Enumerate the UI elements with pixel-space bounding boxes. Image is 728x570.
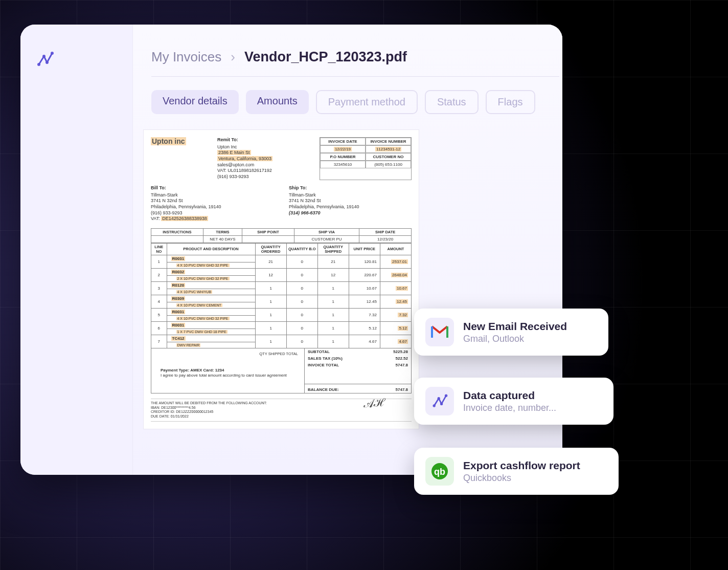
- tab-vendor-details[interactable]: Vendor details: [151, 90, 239, 114]
- table-row: 4R030910112.4512.45: [151, 295, 412, 302]
- table-row: 1R003121021120.812537.01: [151, 255, 412, 262]
- card-title: Export cashflow report: [463, 459, 580, 472]
- remit-to-label: Remit To:: [217, 137, 314, 143]
- meta-v-po: 32345610: [320, 161, 366, 168]
- qty-shipped-total-label: QTY SHIPPED TOTAL: [161, 352, 298, 357]
- line-items-table: LINE NO PRODUCT AND DESCRIPTION QUANTITY…: [151, 243, 412, 348]
- meta-h-inv-no: INVOICE NUMBER: [366, 138, 411, 145]
- ship-to-label: Ship To:: [289, 185, 412, 191]
- card-title: New Email Received: [463, 320, 567, 333]
- meta-v-inv-no: 11234531-12: [366, 145, 411, 153]
- tab-payment-method[interactable]: Payment method: [316, 90, 418, 114]
- card-subtitle: Gmail, Outlook: [463, 334, 567, 344]
- signature-icon: 𝒜ℋ: [363, 395, 386, 411]
- ship-phone: (314) 966-6370: [289, 210, 412, 216]
- automation-card-email[interactable]: New Email Received Gmail, Outlook: [414, 309, 608, 356]
- breadcrumb-root[interactable]: My Invoices: [151, 49, 221, 65]
- app-logo-icon: [35, 49, 55, 70]
- automation-card-export[interactable]: qb Export cashflow report Quickbooks: [414, 448, 619, 495]
- invoice-preview: Upton inc Remit To: Upton Inc 2386 E Mai…: [143, 129, 419, 429]
- table-row: 2R003212012220.672648.04: [151, 268, 412, 275]
- meta-v-inv-date: 12/22/19: [320, 145, 366, 153]
- quickbooks-icon: qb: [425, 457, 454, 486]
- bill-phone: (916) 933-9293: [151, 210, 274, 216]
- ship-name: Tillman-Stark: [289, 192, 412, 199]
- remit-name: Upton Inc: [217, 144, 314, 150]
- card-subtitle: Invoice date, number...: [463, 403, 556, 413]
- bill-street: 3741 N 32nd St: [151, 198, 274, 204]
- gmail-icon: [425, 318, 454, 346]
- table-row: 5R00311017.327.32: [151, 308, 412, 315]
- table-row: 6R00311015.125.12: [151, 321, 412, 328]
- fine-print: THE AMOUNT WILL BE DEBITED FROM THE FOLL…: [151, 399, 412, 422]
- payment-type-line: Payment Type: AMEX Card: 1234: [161, 368, 300, 373]
- payment-agreement-line: I agree to pay above total amount accord…: [161, 373, 300, 378]
- automation-card-capture[interactable]: Data captured Invoice date, number...: [414, 378, 613, 425]
- data-capture-icon: [425, 387, 454, 415]
- sidebar: [20, 25, 133, 475]
- remit-city: Ventura, California, 93003: [217, 156, 314, 162]
- meta-h-po: P.O NUMBER: [320, 153, 366, 161]
- bill-to-label: Bill To:: [151, 185, 274, 191]
- card-title: Data captured: [463, 389, 556, 402]
- totals-block: QTY SHIPPED TOTAL Payment Type: AMEX Car…: [151, 348, 412, 393]
- chevron-right-icon: ›: [231, 49, 235, 65]
- remit-email: sales@upton.com: [217, 162, 314, 168]
- invoice-meta-box: INVOICE DATE INVOICE NUMBER 12/22/19 112…: [320, 137, 412, 180]
- remit-street: 2386 E Main St: [217, 150, 314, 156]
- meta-v-cust: (805) 653-1100: [366, 161, 411, 168]
- table-row: 3R012010110.6710.67: [151, 281, 412, 289]
- meta-h-cust: CUSTOMER NO: [366, 153, 411, 161]
- ship-street: 3741 N 32nd St: [289, 198, 412, 204]
- tab-flags[interactable]: Flags: [486, 90, 535, 114]
- bill-name: Tillman-Stark: [151, 192, 274, 199]
- remit-vat: VAT: UL011898182617192: [217, 168, 314, 174]
- remit-phone: (916) 933-9293: [217, 174, 314, 180]
- breadcrumb-current: Vendor_HCP_120323.pdf: [244, 49, 407, 65]
- meta-h-inv-date: INVOICE DATE: [320, 138, 366, 145]
- table-row: 7TC4121014.674.67: [151, 335, 412, 342]
- svg-text:qb: qb: [434, 467, 445, 477]
- bill-vat: VAT: DE142526388338938: [151, 216, 274, 222]
- tab-bar: Vendor details Amounts Payment method St…: [151, 90, 559, 114]
- terms-table: INSTRUCTIONS TERMS SHIP POINT SHIP VIA S…: [151, 228, 412, 243]
- vendor-name: Upton inc: [151, 137, 212, 145]
- tab-status[interactable]: Status: [425, 90, 479, 114]
- card-subtitle: Quickbooks: [463, 473, 580, 484]
- tab-amounts[interactable]: Amounts: [246, 90, 309, 114]
- breadcrumb: My Invoices › Vendor_HCP_120323.pdf: [151, 49, 559, 77]
- ship-city: Philadelphia, Pennsylvania, 19140: [289, 204, 412, 210]
- bill-city: Philadelphia, Pennsylvania, 19140: [151, 204, 274, 210]
